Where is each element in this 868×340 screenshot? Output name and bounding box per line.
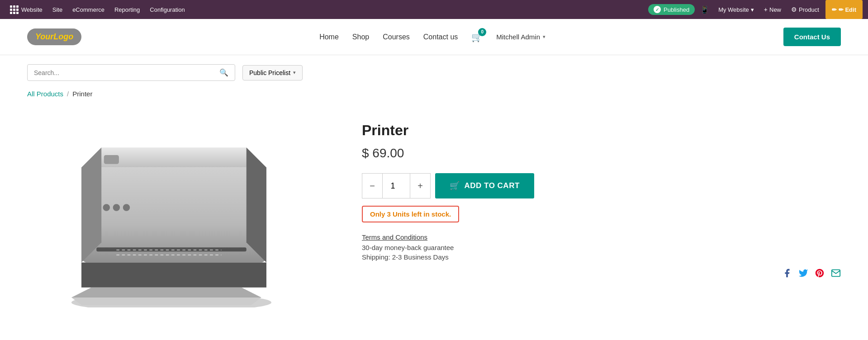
logo[interactable]: YourLogo bbox=[27, 28, 81, 45]
new-label: New bbox=[769, 6, 781, 13]
header: YourLogo Home Shop Courses Contact us 🛒 … bbox=[0, 19, 868, 55]
product-area: Printer $ 69.00 − + 🛒 ADD TO CART Only 3… bbox=[27, 109, 841, 316]
product-image bbox=[27, 109, 326, 316]
quantity-decrease-button[interactable]: − bbox=[362, 173, 383, 198]
product-info: Terms and Conditions 30-day money-back g… bbox=[362, 233, 841, 261]
published-label: Published bbox=[664, 6, 689, 13]
mobile-preview-icon[interactable]: 📱 bbox=[697, 5, 712, 14]
user-menu-arrow-icon: ▾ bbox=[543, 34, 545, 40]
admin-bar: Website Site eCommerce Reporting Configu… bbox=[0, 0, 868, 19]
contact-us-button[interactable]: Contact Us bbox=[783, 28, 841, 46]
edit-label: ✏ Edit bbox=[839, 6, 856, 13]
svg-marker-3 bbox=[81, 147, 101, 262]
chevron-down-icon: ▾ bbox=[293, 70, 296, 76]
terms-link[interactable]: Terms and Conditions bbox=[362, 233, 841, 241]
svg-marker-7 bbox=[71, 298, 261, 305]
add-to-cart-button[interactable]: 🛒 ADD TO CART bbox=[435, 173, 534, 198]
cart-badge: 0 bbox=[478, 28, 486, 36]
main-content: 🔍 Public Pricelist ▾ All Products / Prin… bbox=[0, 55, 868, 326]
admin-ecommerce-menu[interactable]: eCommerce bbox=[68, 0, 109, 19]
user-menu[interactable]: Mitchell Admin ▾ bbox=[496, 33, 545, 41]
logo-text: YourLogo bbox=[35, 32, 73, 41]
breadcrumb: All Products / Printer bbox=[27, 90, 841, 98]
svg-marker-4 bbox=[247, 147, 266, 262]
social-share-row bbox=[362, 268, 841, 280]
quantity-increase-button[interactable]: + bbox=[410, 173, 431, 198]
product-name: Printer bbox=[362, 122, 841, 139]
svg-rect-12 bbox=[104, 155, 119, 164]
search-box: 🔍 bbox=[27, 64, 235, 81]
add-to-cart-row: − + 🛒 ADD TO CART bbox=[362, 173, 841, 198]
breadcrumb-separator: / bbox=[67, 90, 69, 98]
money-back-guarantee: 30-day money-back guarantee bbox=[362, 244, 841, 251]
published-check-icon bbox=[654, 6, 661, 13]
user-name: Mitchell Admin bbox=[496, 33, 540, 41]
admin-reporting-menu[interactable]: Reporting bbox=[110, 0, 144, 19]
breadcrumb-all-products[interactable]: All Products bbox=[27, 90, 63, 98]
plus-icon: + bbox=[764, 6, 768, 13]
svg-rect-5 bbox=[81, 263, 266, 288]
quantity-input[interactable] bbox=[383, 173, 410, 198]
search-row: 🔍 Public Pricelist ▾ bbox=[27, 64, 841, 81]
pricelist-dropdown[interactable]: Public Pricelist ▾ bbox=[242, 65, 303, 80]
email-share-icon[interactable] bbox=[831, 268, 841, 280]
my-website-button[interactable]: My Website ▾ bbox=[715, 0, 758, 19]
product-button[interactable]: ⚙ Product bbox=[787, 0, 823, 19]
admin-configuration-menu[interactable]: Configuration bbox=[145, 0, 189, 19]
cart-icon[interactable]: 🛒 0 bbox=[471, 32, 483, 42]
facebook-share-icon[interactable] bbox=[782, 268, 792, 280]
svg-point-9 bbox=[103, 204, 110, 211]
nav-courses[interactable]: Courses bbox=[383, 33, 410, 41]
shipping-info: Shipping: 2-3 Business Days bbox=[362, 253, 841, 261]
search-icon[interactable]: 🔍 bbox=[219, 68, 228, 77]
nav-home[interactable]: Home bbox=[319, 33, 339, 41]
nav-shop[interactable]: Shop bbox=[352, 33, 369, 41]
chevron-down-icon: ▾ bbox=[751, 6, 754, 13]
stock-warning: Only 3 Units left in stock. bbox=[362, 206, 459, 222]
gear-icon: ⚙ bbox=[791, 6, 797, 13]
product-price: $ 69.00 bbox=[362, 146, 841, 161]
twitter-share-icon[interactable] bbox=[798, 268, 808, 280]
grid-icon bbox=[10, 5, 19, 14]
admin-site-menu[interactable]: Site bbox=[48, 0, 67, 19]
svg-marker-6 bbox=[71, 288, 261, 298]
svg-point-11 bbox=[123, 204, 130, 211]
svg-point-10 bbox=[113, 204, 120, 211]
cart-icon: 🛒 bbox=[450, 181, 460, 191]
search-input[interactable] bbox=[34, 69, 219, 76]
product-details: Printer $ 69.00 − + 🛒 ADD TO CART Only 3… bbox=[362, 109, 841, 280]
new-button[interactable]: + New bbox=[760, 0, 785, 19]
nav: Home Shop Courses Contact us 🛒 0 Mitchel… bbox=[319, 32, 545, 42]
pencil-icon: ✏ bbox=[832, 6, 837, 13]
pricelist-label: Public Pricelist bbox=[249, 69, 290, 76]
app-name: Website bbox=[21, 6, 43, 13]
edit-button[interactable]: ✏ ✏ Edit bbox=[825, 0, 863, 19]
breadcrumb-current: Printer bbox=[72, 90, 92, 98]
pinterest-share-icon[interactable] bbox=[815, 268, 825, 280]
product-label: Product bbox=[799, 6, 819, 13]
nav-contact[interactable]: Contact us bbox=[423, 33, 458, 41]
published-toggle[interactable]: Published bbox=[648, 4, 695, 15]
admin-apps-menu[interactable]: Website bbox=[5, 0, 47, 19]
add-to-cart-label: ADD TO CART bbox=[465, 181, 520, 190]
